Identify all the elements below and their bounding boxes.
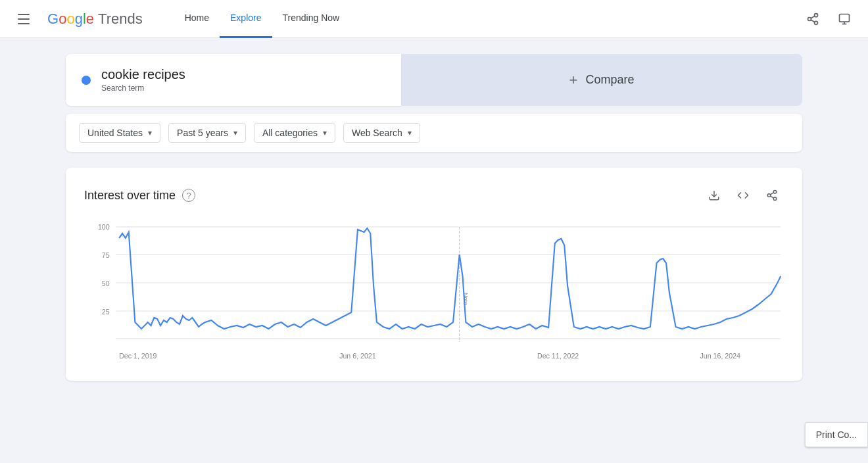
search-dot: [82, 76, 91, 85]
svg-text:75: 75: [102, 251, 110, 259]
help-icon[interactable]: ?: [182, 189, 195, 202]
svg-text:Jun 6, 2021: Jun 6, 2021: [339, 352, 376, 360]
chart-container: 100 75 50 25 Note Dec 1, 2019 Jun 6, 202…: [84, 220, 784, 365]
chart-title-area: Interest over time ?: [84, 189, 195, 203]
svg-text:Jun 16, 2024: Jun 16, 2024: [700, 352, 740, 360]
nav-explore[interactable]: Explore: [220, 0, 272, 38]
category-label: All categories: [262, 128, 318, 138]
logo[interactable]: Google Trends: [47, 11, 143, 28]
time-filter[interactable]: Past 5 years ▾: [168, 123, 246, 143]
logo-google: Google: [47, 11, 94, 28]
compare-plus-icon: +: [569, 72, 578, 89]
svg-point-10: [767, 194, 771, 197]
chart-title: Interest over time: [84, 189, 176, 203]
svg-text:Dec 11, 2022: Dec 11, 2022: [537, 352, 579, 360]
svg-point-1: [808, 17, 811, 20]
nav-trending-now[interactable]: Trending Now: [272, 0, 350, 38]
logo-trends: Trends: [98, 11, 143, 28]
chart-actions: [702, 183, 784, 207]
search-term: cookie recipes: [101, 67, 385, 82]
svg-point-2: [815, 21, 818, 24]
region-filter[interactable]: United States ▾: [79, 123, 160, 143]
category-filter[interactable]: All categories ▾: [254, 123, 335, 143]
menu-button[interactable]: [11, 6, 37, 32]
nav-home[interactable]: Home: [174, 0, 220, 38]
chart-svg: 100 75 50 25 Note Dec 1, 2019 Jun 6, 202…: [84, 220, 784, 365]
header: Google Trends Home Explore Trending Now: [0, 0, 868, 38]
svg-point-0: [815, 13, 818, 16]
share-chart-button[interactable]: [760, 183, 784, 207]
svg-rect-5: [840, 14, 850, 22]
main-nav: Home Explore Trending Now: [174, 0, 350, 38]
source-label: Web Search: [352, 128, 402, 138]
source-chevron-icon: ▾: [408, 128, 412, 137]
svg-line-12: [770, 196, 773, 198]
filter-bar: United States ▾ Past 5 years ▾ All categ…: [66, 114, 802, 152]
svg-point-9: [773, 191, 777, 194]
main-content: cookie recipes Search term + Compare Uni…: [0, 38, 868, 397]
svg-text:Dec 1, 2019: Dec 1, 2019: [119, 352, 157, 360]
category-chevron-icon: ▾: [323, 128, 327, 137]
chart-section: Interest over time ?: [66, 168, 802, 381]
svg-line-4: [811, 16, 815, 18]
svg-text:50: 50: [102, 280, 110, 287]
region-label: United States: [87, 128, 143, 138]
print-button[interactable]: Print Co...: [805, 422, 868, 447]
svg-text:25: 25: [102, 308, 110, 316]
svg-text:100: 100: [98, 223, 110, 231]
search-box: cookie recipes Search term: [66, 54, 401, 106]
time-chevron-icon: ▾: [233, 128, 237, 137]
svg-line-13: [770, 193, 773, 195]
chart-header: Interest over time ?: [84, 183, 784, 207]
source-filter[interactable]: Web Search ▾: [343, 123, 420, 143]
search-area: cookie recipes Search term + Compare: [66, 54, 802, 106]
embed-button[interactable]: [731, 183, 755, 207]
search-type-label: Search term: [101, 84, 385, 93]
feedback-button[interactable]: [831, 6, 857, 32]
header-left: Google Trends Home Explore Trending Now: [11, 0, 350, 38]
region-chevron-icon: ▾: [148, 128, 152, 137]
compare-label: Compare: [585, 73, 634, 87]
share-button[interactable]: [800, 6, 826, 32]
svg-point-11: [773, 197, 777, 201]
svg-line-3: [811, 20, 815, 22]
time-label: Past 5 years: [177, 128, 228, 138]
download-button[interactable]: [702, 183, 726, 207]
search-text-block: cookie recipes Search term: [101, 67, 385, 93]
compare-box[interactable]: + Compare: [401, 54, 802, 106]
header-right: [800, 6, 857, 32]
